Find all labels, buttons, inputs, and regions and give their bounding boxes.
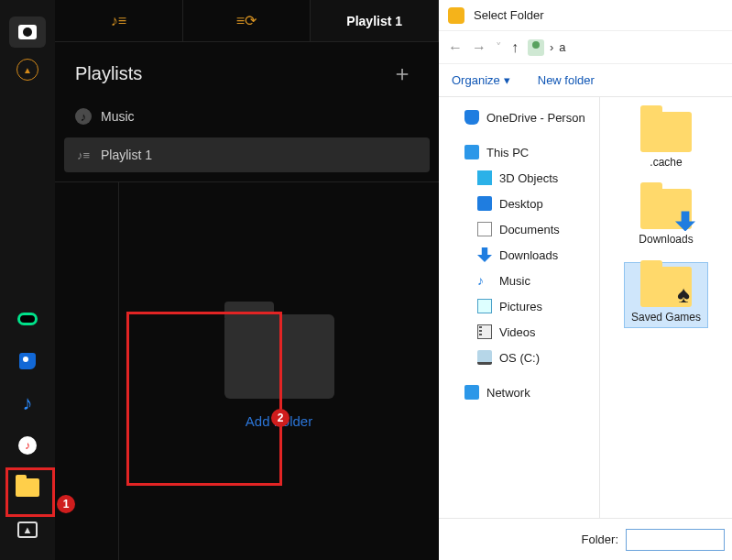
folder-item-downloads[interactable]: Downloads — [625, 185, 707, 249]
dialog-title: Select Folder — [474, 8, 544, 22]
tree-music[interactable]: ♪Music — [448, 268, 597, 293]
dialog-app-icon — [448, 7, 464, 24]
network-icon — [464, 385, 479, 400]
queue-icon: ≡⟳ — [236, 12, 257, 29]
cube-icon — [477, 170, 492, 185]
tree-videos[interactable]: Videos — [448, 319, 597, 345]
drive-icon — [477, 350, 492, 365]
top-tabs: ♪≡ ≡⟳ Playlist 1 — [55, 0, 439, 42]
breadcrumb[interactable]: › a — [528, 39, 566, 56]
playlist-list: ♪ Music ♪≡ Playlist 1 — [55, 93, 439, 181]
select-folder-dialog: Select Folder ← → ˅ ↑ › a Organize▾ New … — [439, 0, 732, 560]
nav-up-icon[interactable]: ↑ — [511, 39, 519, 56]
music-app-icon[interactable]: ♪ — [13, 431, 42, 460]
tree-3d-objects[interactable]: 3D Objects — [448, 165, 597, 191]
download-icon — [477, 247, 492, 262]
breadcrumb-sep: › — [550, 40, 553, 54]
camera-icon[interactable] — [9, 16, 46, 48]
add-playlist-button[interactable]: ＋ — [386, 59, 419, 88]
add-folder-button[interactable]: Add Folder — [246, 413, 312, 429]
tree-onedrive[interactable]: OneDrive - Person — [448, 104, 597, 130]
music-note-icon[interactable]: ♪ — [13, 389, 42, 418]
videos-icon — [477, 324, 492, 339]
desktop-icon — [477, 196, 492, 211]
folder-tree[interactable]: OneDrive - Person This PC 3D Objects Des… — [439, 97, 600, 518]
folder-field-label: Folder: — [582, 533, 618, 546]
export-icon[interactable]: ▲ — [13, 515, 42, 544]
playlists-heading: Playlists — [75, 63, 142, 84]
playlist-item-music[interactable]: ♪ Music — [64, 99, 430, 134]
nav-back-icon: ← — [448, 39, 463, 56]
document-icon — [477, 222, 492, 236]
cloud-icon — [464, 110, 479, 125]
app-blue-icon[interactable] — [13, 346, 42, 376]
organize-menu[interactable]: Organize▾ — [452, 73, 510, 87]
tree-network[interactable]: Network — [448, 379, 597, 405]
playlist-item-label: Music — [101, 109, 135, 124]
tree-downloads[interactable]: Downloads — [448, 242, 597, 268]
chevron-down-icon: ▾ — [504, 73, 510, 87]
tree-pictures[interactable]: Pictures — [448, 293, 597, 319]
collapse-toggle-icon[interactable]: ▲ — [16, 59, 38, 81]
pc-icon — [464, 145, 479, 159]
playlist-small-icon: ♪≡ — [75, 147, 92, 163]
tree-this-pc[interactable]: This PC — [448, 139, 597, 165]
folder-games-icon — [640, 267, 692, 307]
folder-name-input[interactable] — [626, 529, 725, 551]
nav-recent-icon[interactable]: ˅ — [496, 40, 502, 54]
file-list: .cache Downloads Saved Games — [600, 97, 732, 518]
folder-tab-icon[interactable] — [13, 473, 42, 502]
folder-icon — [640, 112, 692, 152]
playlist-item-label: Playlist 1 — [101, 148, 152, 162]
lower-left-spacer — [55, 182, 119, 560]
breadcrumb-text: a — [559, 40, 565, 54]
new-folder-button[interactable]: New folder — [538, 73, 595, 87]
device-icon[interactable] — [13, 304, 42, 334]
tree-documents[interactable]: Documents — [448, 216, 597, 242]
tree-os-c[interactable]: OS (C:) — [448, 345, 597, 370]
music-icon: ♪ — [477, 273, 492, 288]
nav-forward-icon: → — [472, 39, 486, 56]
playlist-icon: ♪≡ — [111, 13, 126, 29]
folder-download-icon — [640, 189, 692, 229]
user-folder-icon — [528, 39, 544, 56]
pictures-icon — [477, 299, 492, 313]
tree-desktop[interactable]: Desktop — [448, 191, 597, 216]
add-folder-icon[interactable] — [224, 314, 334, 399]
tab-tracks[interactable]: ♪≡ — [55, 0, 183, 41]
music-icon: ♪ — [75, 108, 92, 125]
playlist-item-playlist1[interactable]: ♪≡ Playlist 1 — [64, 137, 430, 172]
tab-playlist-1[interactable]: Playlist 1 — [311, 0, 439, 41]
folder-item-saved-games[interactable]: Saved Games — [625, 263, 707, 327]
folder-item-cache[interactable]: .cache — [625, 108, 707, 172]
tab-queue[interactable]: ≡⟳ — [183, 0, 311, 41]
